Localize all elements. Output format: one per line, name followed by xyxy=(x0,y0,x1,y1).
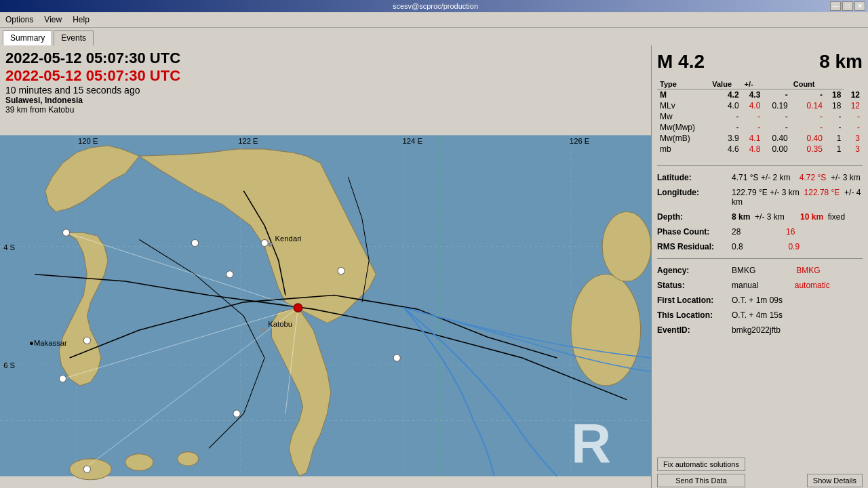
agency-row: Agency: BMKG BMKG xyxy=(657,266,863,275)
svg-text:122 E: 122 E xyxy=(238,137,258,145)
window-controls[interactable]: — □ ✕ xyxy=(830,1,868,11)
status-value: manual automatic xyxy=(732,281,863,290)
svg-point-38 xyxy=(261,328,265,332)
event-ago: 10 minutes and 15 seconds ago xyxy=(5,85,646,96)
svg-point-11 xyxy=(178,452,199,466)
mag-pm1-5: 0.00 xyxy=(763,144,790,155)
svg-text:Katobu: Katobu xyxy=(268,320,292,328)
this-location-value: O.T. + 4m 15s xyxy=(732,310,863,320)
mag-value2-5: 4.8 xyxy=(742,144,764,155)
magnitude-header: M 4.2 8 km xyxy=(657,51,863,73)
map-container[interactable]: 120 E 122 E 124 E 126 E 4 S 6 S Kendari … xyxy=(0,119,651,488)
mag-value1-4: 3.9 xyxy=(709,133,741,144)
mag-count1-0: 18 xyxy=(825,89,844,101)
menu-view[interactable]: View xyxy=(41,14,64,26)
this-location-label: This Location: xyxy=(657,310,732,320)
rms-value: 0.8 0.9 xyxy=(732,242,863,251)
svg-point-24 xyxy=(226,271,233,278)
menu-bar: Options View Help xyxy=(0,12,868,28)
title-bar: scesv@scproc/production — □ ✕ xyxy=(0,0,868,12)
send-data-button[interactable]: Send This Data xyxy=(657,474,745,487)
svg-point-25 xyxy=(233,410,240,417)
event-distance: 39 km from Katobu xyxy=(5,105,646,115)
tab-events[interactable]: Events xyxy=(54,30,94,45)
mag-pm2-5: 0.35 xyxy=(791,144,825,155)
mag-count1-5: 1 xyxy=(825,144,844,155)
svg-point-21 xyxy=(83,337,90,344)
left-panel: 2022-05-12 05:07:30 UTC 2022-05-12 05:07… xyxy=(0,45,651,488)
mag-pm1-3: - xyxy=(763,122,790,133)
mag-count1-3: - xyxy=(825,122,844,133)
svg-point-18 xyxy=(59,375,66,382)
mag-count2-0: 12 xyxy=(844,89,863,101)
mag-pm2-3: - xyxy=(791,122,825,133)
agency-value: BMKG BMKG xyxy=(732,266,863,275)
status-row: Status: manual automatic xyxy=(657,281,863,290)
footer-buttons: Fix automatic solutions Send This Data S… xyxy=(657,452,863,487)
mag-value2-0: 4.3 xyxy=(742,89,764,101)
col-pm: +/- xyxy=(742,79,764,89)
mag-pm2-1: 0.14 xyxy=(791,100,825,111)
svg-point-36 xyxy=(268,243,272,247)
mag-value1-5: 4.6 xyxy=(709,144,741,155)
show-details-button[interactable]: Show Details xyxy=(807,474,863,487)
minimize-button[interactable]: — xyxy=(830,1,841,11)
menu-options[interactable]: Options xyxy=(3,14,36,26)
magnitude-table: Type Value +/- Count M 4.2 4.3 - - 18 12… xyxy=(657,79,863,155)
mag-value2-4: 4.1 xyxy=(742,133,764,144)
mag-value1-3: - xyxy=(709,122,741,133)
longitude-label: Longitude: xyxy=(657,188,732,207)
svg-text:●Makassar: ●Makassar xyxy=(29,339,67,347)
this-location-row: This Location: O.T. + 4m 15s xyxy=(657,310,863,320)
mag-count2-3: - xyxy=(844,122,863,133)
status-label: Status: xyxy=(657,281,732,290)
svg-text:6 S: 6 S xyxy=(3,361,15,369)
tab-bar: Summary Events xyxy=(0,28,868,45)
svg-text:124 E: 124 E xyxy=(402,137,422,145)
mag-count2-5: 3 xyxy=(844,144,863,155)
first-location-row: First Location: O.T. + 1m 09s xyxy=(657,296,863,305)
mag-count1-4: 1 xyxy=(825,133,844,144)
eventid-label: EventID: xyxy=(657,325,732,335)
mag-count2-4: 3 xyxy=(844,133,863,144)
agency-label: Agency: xyxy=(657,266,732,275)
mag-pm2-2: - xyxy=(791,111,825,122)
mag-pm1-4: 0.40 xyxy=(763,133,790,144)
mag-value2-2: - xyxy=(742,111,764,122)
svg-point-23 xyxy=(261,239,268,246)
window-title: scesv@scproc/production xyxy=(41,2,830,10)
first-location-value: O.T. + 1m 09s xyxy=(732,296,863,305)
close-button[interactable]: ✕ xyxy=(854,1,865,11)
tab-summary[interactable]: Summary xyxy=(3,30,52,45)
restore-button[interactable]: □ xyxy=(842,1,853,11)
mag-pm1-0: - xyxy=(763,89,790,101)
menu-help[interactable]: Help xyxy=(70,14,92,26)
latitude-value: 4.71 °S +/- 2 km 4.72 °S +/- 3 km xyxy=(732,173,863,182)
phase-count-label: Phase Count: xyxy=(657,227,732,237)
col-count2 xyxy=(825,79,844,89)
longitude-value: 122.79 °E +/- 3 km 122.78 °E +/- 4 km xyxy=(732,188,863,207)
col-value: Value xyxy=(709,79,741,89)
mag-count1-2: - xyxy=(825,111,844,122)
event-time-secondary: 2022-05-12 05:07:30 UTC xyxy=(5,67,646,85)
right-panel: M 4.2 8 km Type Value +/- Count M 4.2 4.… xyxy=(651,45,868,488)
svg-point-20 xyxy=(83,466,90,472)
mag-type-5: mb xyxy=(657,144,709,155)
depth-label: Depth: xyxy=(657,212,732,222)
svg-point-22 xyxy=(191,239,198,246)
latitude-label: Latitude: xyxy=(657,173,732,182)
svg-point-19 xyxy=(62,229,69,236)
mag-value2-3: - xyxy=(742,122,764,133)
mag-pm2-4: 0.40 xyxy=(791,133,825,144)
svg-point-13 xyxy=(602,211,651,281)
depth-value: 8 km +/- 3 km 10 km fixed xyxy=(732,212,863,222)
mag-value1-0: 4.2 xyxy=(709,89,741,101)
mag-count1-1: 18 xyxy=(825,100,844,111)
svg-text:120 E: 120 E xyxy=(78,137,98,145)
fix-automatic-button[interactable]: Fix automatic solutions xyxy=(657,458,745,471)
svg-text:Kendari: Kendari xyxy=(275,235,302,243)
svg-text:4 S: 4 S xyxy=(3,243,15,251)
mag-pm2-0: - xyxy=(791,89,825,101)
mag-value1-1: 4.0 xyxy=(709,100,741,111)
event-location: Sulawesi, Indonesia xyxy=(5,96,646,105)
